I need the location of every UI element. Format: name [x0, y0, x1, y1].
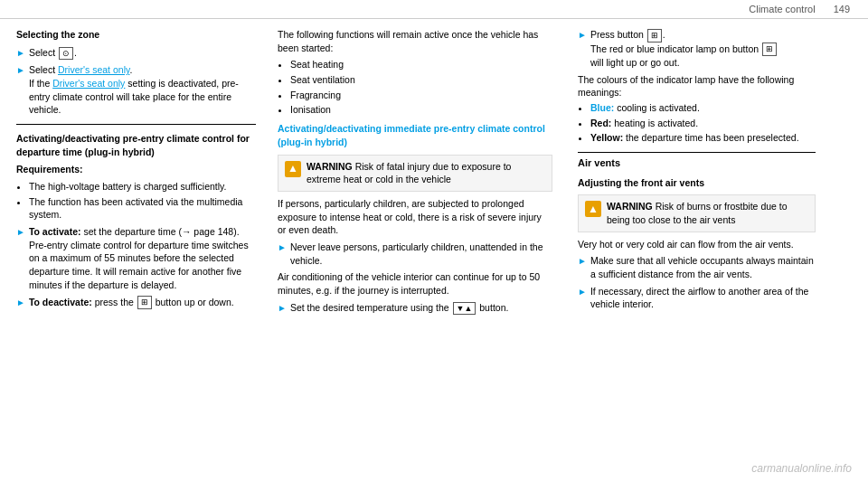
never-leave-content: Never leave persons, particularly childr… [290, 241, 552, 267]
warning-box-1: ▲ WARNING Risk of fatal injury due to ex… [278, 155, 552, 192]
warning-note: If persons, particularly children, are s… [278, 197, 552, 237]
colours-intro: The colours of the indicator lamp have t… [578, 73, 816, 99]
select-item-1-content: Select ⊙. [29, 46, 256, 61]
warning-icon-2: ▲ [585, 201, 601, 217]
page-number: 149 [834, 4, 850, 14]
air-arrow-1: ► Make sure that all vehicle occupants a… [578, 254, 816, 280]
divider-1 [16, 124, 256, 125]
activating-title: Activating/deactivating pre-entry climat… [16, 132, 256, 158]
selecting-zone-title: Selecting the zone [16, 28, 256, 42]
func-item-4: Ionisation [290, 103, 552, 117]
press-icon: ⊞ [647, 29, 662, 43]
select-item-1: ► Select ⊙. [16, 46, 256, 61]
air-vents-title: Air vents [578, 156, 816, 170]
set-temp-item: ► Set the desired temperature using the … [278, 301, 552, 316]
activate-item: ► To activate: set the departure time (→… [16, 225, 256, 291]
content-area: Selecting the zone ► Select ⊙. ► Select … [0, 19, 868, 481]
air-vents-divider [578, 152, 816, 153]
activate-content: To activate: set the departure time (→ p… [29, 225, 256, 291]
requirements-list: The high-voltage battery is charged suff… [29, 180, 256, 222]
page-container: Climate control 149 Selecting the zone ►… [0, 0, 868, 482]
air-intro-text: Very hot or very cold air can flow from … [578, 238, 816, 251]
zone-icon: ⊙ [59, 47, 73, 61]
arrow-icon-9: ► [578, 286, 587, 298]
func-item-3: Fragrancing [290, 89, 552, 102]
immediate-preentry-title: Activating/deactivating immediate pre-en… [278, 122, 552, 148]
colours-list: Blue: cooling is activated. Red: heating… [590, 101, 816, 145]
warning-box-2: ▲ WARNING Risk of burns or frostbite due… [578, 194, 816, 232]
arrow-icon-5: ► [278, 241, 287, 254]
never-leave-item: ► Never leave persons, particularly chil… [278, 241, 552, 267]
warning-icon-1: ▲ [285, 161, 301, 177]
select-item-2: ► Select Driver's seat only. If the Driv… [16, 63, 256, 117]
col-left: Selecting the zone ► Select ⊙. ► Select … [0, 19, 267, 481]
blue-item: Blue: cooling is activated. [590, 101, 816, 115]
press-button-item: ► Press button ⊞. The red or blue indica… [578, 28, 816, 70]
arrow-icon-2: ► [16, 64, 25, 77]
select-item-2-content: Select Driver's seat only. If the Driver… [29, 63, 256, 117]
driver-seat-link-2[interactable]: Driver's seat only [52, 78, 125, 89]
deactivate-content: To deactivate: press the ⊞ button up or … [29, 296, 256, 310]
warning-text-2: WARNING Risk of burns or frostbite due t… [607, 200, 808, 226]
arrow-icon-3: ► [16, 226, 25, 239]
functions-list: Seat heating Seat ventilation Fragrancin… [290, 58, 552, 117]
header-bar: Climate control 149 [0, 0, 868, 19]
col-middle: The following functions will remain acti… [267, 19, 565, 481]
arrow-icon-1: ► [16, 47, 25, 60]
press-note-icon: ⊞ [762, 43, 777, 56]
driver-seat-link[interactable]: Driver's seat only [58, 64, 129, 75]
yellow-item: Yellow: the departure time has been pres… [590, 131, 816, 145]
arrow-icon-6: ► [278, 302, 287, 315]
press-button-content: Press button ⊞. The red or blue indicato… [590, 28, 816, 70]
air-arrow-1-content: Make sure that all vehicle occupants alw… [590, 254, 816, 280]
air-arrow-2-content: If necessary, direct the airflow to anot… [590, 285, 816, 311]
col-right: ► Press button ⊞. The red or blue indica… [565, 19, 832, 481]
air-arrow-2: ► If necessary, direct the airflow to an… [578, 285, 816, 311]
air-conditioning-para: Air conditioning of the vehicle interior… [278, 270, 552, 297]
arrow-icon-4: ► [16, 297, 25, 309]
func-item-2: Seat ventilation [290, 73, 552, 87]
middle-intro: The following functions will remain acti… [278, 28, 552, 54]
deactivate-item: ► To deactivate: press the ⊞ button up o… [16, 296, 256, 310]
arrow-icon-7: ► [578, 29, 587, 42]
func-item-1: Seat heating [290, 58, 552, 71]
temp-icon: ▼▲ [453, 302, 476, 316]
req-item-1: The high-voltage battery is charged suff… [29, 180, 256, 194]
adjust-front-title: Adjusting the front air vents [578, 176, 816, 190]
requirements-title: Requirements: [16, 163, 256, 176]
watermark: carmanualonline.info [751, 462, 852, 475]
set-temp-content: Set the desired temperature using the ▼▲… [290, 301, 552, 316]
arrow-icon-8: ► [578, 255, 587, 268]
req-item-2: The function has been activated via the … [29, 195, 256, 222]
warning-text-1: WARNING Risk of fatal injury due to expo… [307, 160, 545, 186]
section-label: Climate control [749, 4, 815, 14]
deactivate-icon: ⊞ [137, 296, 152, 309]
red-item: Red: heating is activated. [590, 117, 816, 130]
